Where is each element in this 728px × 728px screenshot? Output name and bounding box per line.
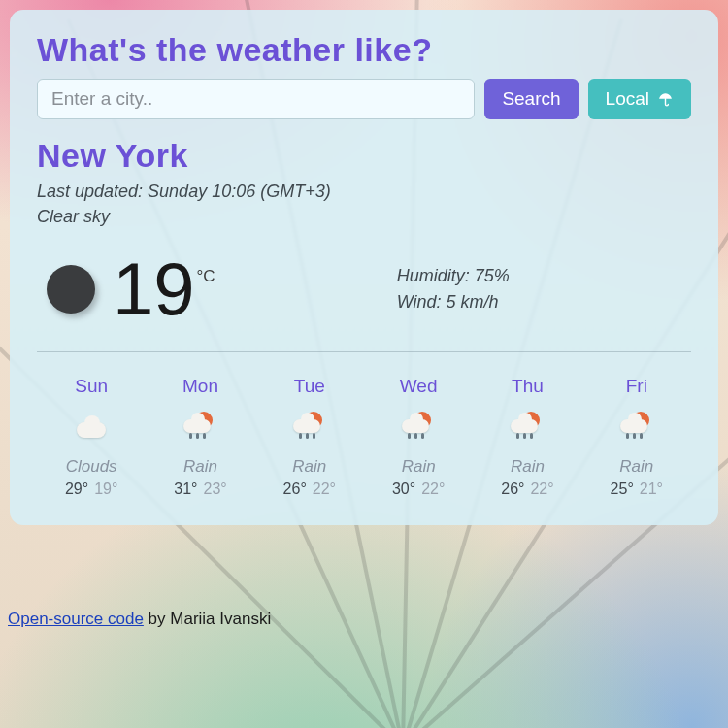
forecast-condition: Clouds <box>41 457 142 477</box>
forecast-day: TueRain26°22° <box>259 376 360 498</box>
footer: Open-source code by Mariia Ivanski <box>8 610 271 629</box>
sun-rain-icon <box>398 414 439 443</box>
page-title: What's the weather like? <box>37 31 691 69</box>
forecast-day: FriRain25°21° <box>586 376 687 498</box>
forecast-day-name: Mon <box>149 376 250 397</box>
forecast-day-name: Sun <box>41 376 142 397</box>
forecast-condition: Rain <box>477 457 578 477</box>
source-link[interactable]: Open-source code <box>8 610 144 628</box>
search-button-label: Search <box>502 88 560 110</box>
forecast-day: SunClouds29°19° <box>41 376 142 498</box>
humidity-text: Humidity: 75% <box>397 263 510 289</box>
footer-author: by Mariia Ivanski <box>144 610 271 628</box>
forecast-lo: 22° <box>421 480 445 497</box>
forecast-temps: 29°19° <box>41 480 142 498</box>
temp-value: 19 <box>113 248 195 330</box>
current-weather: 19°C Humidity: 75% Wind: 5 km/h <box>37 252 691 326</box>
cloud-icon <box>71 414 112 443</box>
forecast-day: ThuRain26°22° <box>477 376 578 498</box>
local-button-label: Local <box>606 88 649 110</box>
local-button[interactable]: Local <box>588 79 691 119</box>
moon-icon <box>47 265 95 314</box>
forecast-lo: 21° <box>640 480 663 497</box>
city-name: New York <box>37 137 691 175</box>
sun-rain-icon <box>180 414 220 443</box>
forecast-temps: 30°22° <box>368 480 469 498</box>
wind-text: Wind: 5 km/h <box>397 289 510 315</box>
forecast-lo: 22° <box>530 480 553 497</box>
forecast-row: SunClouds29°19°MonRain31°23°TueRain26°22… <box>37 370 691 500</box>
forecast-condition: Rain <box>586 457 687 477</box>
forecast-temps: 26°22° <box>477 480 578 498</box>
forecast-hi: 29° <box>65 480 88 497</box>
sun-rain-icon <box>616 414 657 443</box>
forecast-day-name: Fri <box>586 376 687 397</box>
forecast-day-name: Thu <box>477 376 578 397</box>
forecast-condition: Rain <box>259 457 360 477</box>
sun-rain-icon <box>507 414 547 443</box>
forecast-hi: 31° <box>174 480 197 497</box>
weather-card: What's the weather like? Search Local Ne… <box>10 10 718 525</box>
forecast-temps: 25°21° <box>586 480 687 498</box>
current-temperature: 19°C <box>113 252 214 326</box>
forecast-temps: 31°23° <box>149 480 250 498</box>
forecast-condition: Rain <box>149 457 250 477</box>
forecast-hi: 26° <box>501 480 524 497</box>
forecast-day-name: Tue <box>259 376 360 397</box>
city-input[interactable] <box>37 79 475 119</box>
sun-rain-icon <box>289 414 330 443</box>
forecast-hi: 25° <box>611 480 634 497</box>
divider <box>37 351 691 352</box>
forecast-lo: 23° <box>203 480 226 497</box>
forecast-day: MonRain31°23° <box>149 376 250 498</box>
forecast-lo: 19° <box>94 480 117 497</box>
forecast-hi: 30° <box>392 480 415 497</box>
umbrella-icon <box>657 91 674 108</box>
forecast-temps: 26°22° <box>259 480 360 498</box>
forecast-lo: 22° <box>313 480 336 497</box>
current-condition: Clear sky <box>37 204 691 229</box>
forecast-day-name: Wed <box>368 376 469 397</box>
forecast-hi: 26° <box>283 480 307 497</box>
temp-unit: °C <box>197 267 215 285</box>
forecast-condition: Rain <box>368 457 469 477</box>
search-row: Search Local <box>37 79 691 119</box>
last-updated: Last updated: Sunday 10:06 (GMT+3) <box>37 179 691 204</box>
search-button[interactable]: Search <box>484 79 578 119</box>
forecast-day: WedRain30°22° <box>368 376 469 498</box>
